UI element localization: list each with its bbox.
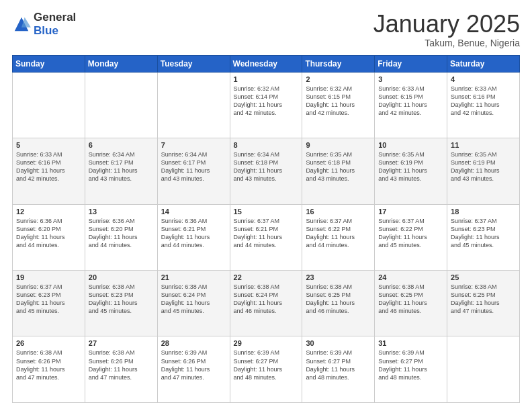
day-info: Sunrise: 6:37 AMSunset: 6:21 PMDaylight:… — [234, 217, 299, 250]
calendar-cell: 8Sunrise: 6:34 AMSunset: 6:18 PMDaylight… — [230, 138, 302, 204]
day-number: 3 — [378, 75, 443, 83]
calendar-cell: 24Sunrise: 6:38 AMSunset: 6:25 PMDayligh… — [375, 271, 447, 336]
calendar-cell: 25Sunrise: 6:38 AMSunset: 6:25 PMDayligh… — [447, 271, 520, 336]
calendar-cell: 29Sunrise: 6:39 AMSunset: 6:27 PMDayligh… — [230, 336, 302, 403]
day-number: 16 — [306, 208, 371, 216]
day-info: Sunrise: 6:38 AMSunset: 6:26 PMDaylight:… — [16, 349, 81, 381]
calendar-cell: 12Sunrise: 6:36 AMSunset: 6:20 PMDayligh… — [13, 204, 85, 270]
day-info: Sunrise: 6:36 AMSunset: 6:20 PMDaylight:… — [89, 217, 154, 250]
calendar-cell: 20Sunrise: 6:38 AMSunset: 6:23 PMDayligh… — [85, 271, 157, 336]
day-number: 27 — [89, 339, 154, 347]
page: General Blue January 2025 Takum, Benue, … — [0, 0, 532, 411]
day-number: 13 — [89, 208, 154, 216]
logo-text: General Blue — [34, 11, 76, 37]
calendar-cell: 2Sunrise: 6:32 AMSunset: 6:15 PMDaylight… — [302, 72, 375, 138]
location: Takum, Benue, Nigeria — [373, 38, 520, 48]
day-info: Sunrise: 6:33 AMSunset: 6:16 PMDaylight:… — [16, 150, 81, 183]
calendar-cell: 15Sunrise: 6:37 AMSunset: 6:21 PMDayligh… — [230, 204, 302, 270]
days-header-row: Sunday Monday Tuesday Wednesday Thursday… — [13, 55, 520, 72]
day-info: Sunrise: 6:34 AMSunset: 6:17 PMDaylight:… — [89, 150, 154, 183]
header: General Blue January 2025 Takum, Benue, … — [12, 11, 520, 48]
day-number: 21 — [161, 273, 226, 281]
col-sunday: Sunday — [13, 55, 85, 72]
calendar-cell: 18Sunrise: 6:37 AMSunset: 6:23 PMDayligh… — [447, 204, 520, 270]
day-number: 1 — [234, 75, 299, 83]
calendar-cell — [447, 336, 520, 403]
logo-general: General — [34, 11, 76, 24]
day-number: 19 — [16, 273, 81, 281]
week-row-5: 26Sunrise: 6:38 AMSunset: 6:26 PMDayligh… — [13, 336, 520, 403]
calendar-cell: 16Sunrise: 6:37 AMSunset: 6:22 PMDayligh… — [302, 204, 375, 270]
calendar-cell: 17Sunrise: 6:37 AMSunset: 6:22 PMDayligh… — [375, 204, 447, 270]
calendar-cell: 5Sunrise: 6:33 AMSunset: 6:16 PMDaylight… — [13, 138, 85, 204]
day-info: Sunrise: 6:35 AMSunset: 6:18 PMDaylight:… — [306, 150, 371, 183]
calendar-cell: 31Sunrise: 6:39 AMSunset: 6:27 PMDayligh… — [375, 336, 447, 403]
day-number: 4 — [451, 75, 516, 83]
day-info: Sunrise: 6:38 AMSunset: 6:23 PMDaylight:… — [89, 283, 154, 316]
day-number: 11 — [451, 141, 516, 149]
logo: General Blue — [12, 11, 76, 37]
col-tuesday: Tuesday — [157, 55, 230, 72]
day-info: Sunrise: 6:38 AMSunset: 6:25 PMDaylight:… — [306, 283, 371, 316]
day-info: Sunrise: 6:35 AMSunset: 6:19 PMDaylight:… — [378, 150, 443, 183]
logo-blue: Blue — [34, 24, 76, 38]
day-number: 9 — [306, 141, 371, 149]
calendar-cell — [13, 72, 85, 138]
day-info: Sunrise: 6:37 AMSunset: 6:23 PMDaylight:… — [16, 283, 81, 316]
week-row-4: 19Sunrise: 6:37 AMSunset: 6:23 PMDayligh… — [13, 271, 520, 336]
day-info: Sunrise: 6:37 AMSunset: 6:22 PMDaylight:… — [306, 217, 371, 250]
day-info: Sunrise: 6:33 AMSunset: 6:16 PMDaylight:… — [451, 85, 516, 118]
week-row-3: 12Sunrise: 6:36 AMSunset: 6:20 PMDayligh… — [13, 204, 520, 270]
col-wednesday: Wednesday — [230, 55, 302, 72]
day-info: Sunrise: 6:37 AMSunset: 6:23 PMDaylight:… — [451, 217, 516, 250]
month-title: January 2025 — [373, 11, 520, 38]
day-info: Sunrise: 6:36 AMSunset: 6:21 PMDaylight:… — [161, 217, 226, 250]
day-number: 22 — [234, 273, 299, 281]
calendar-cell: 22Sunrise: 6:38 AMSunset: 6:24 PMDayligh… — [230, 271, 302, 336]
day-info: Sunrise: 6:39 AMSunset: 6:27 PMDaylight:… — [234, 349, 299, 381]
day-number: 20 — [89, 273, 154, 281]
day-number: 29 — [234, 339, 299, 347]
day-number: 15 — [234, 208, 299, 216]
calendar-cell: 4Sunrise: 6:33 AMSunset: 6:16 PMDaylight… — [447, 72, 520, 138]
day-number: 25 — [451, 273, 516, 281]
week-row-1: 1Sunrise: 6:32 AMSunset: 6:14 PMDaylight… — [13, 72, 520, 138]
day-info: Sunrise: 6:38 AMSunset: 6:24 PMDaylight:… — [234, 283, 299, 316]
day-info: Sunrise: 6:38 AMSunset: 6:25 PMDaylight:… — [378, 283, 443, 316]
day-number: 5 — [16, 141, 81, 149]
day-number: 18 — [451, 208, 516, 216]
calendar-cell: 30Sunrise: 6:39 AMSunset: 6:27 PMDayligh… — [302, 336, 375, 403]
day-number: 14 — [161, 208, 226, 216]
day-info: Sunrise: 6:36 AMSunset: 6:20 PMDaylight:… — [16, 217, 81, 250]
calendar-cell: 7Sunrise: 6:34 AMSunset: 6:17 PMDaylight… — [157, 138, 230, 204]
col-thursday: Thursday — [302, 55, 375, 72]
day-number: 23 — [306, 273, 371, 281]
calendar-cell: 10Sunrise: 6:35 AMSunset: 6:19 PMDayligh… — [375, 138, 447, 204]
calendar-cell — [85, 72, 157, 138]
calendar-cell: 6Sunrise: 6:34 AMSunset: 6:17 PMDaylight… — [85, 138, 157, 204]
day-info: Sunrise: 6:32 AMSunset: 6:14 PMDaylight:… — [234, 85, 299, 118]
day-info: Sunrise: 6:39 AMSunset: 6:27 PMDaylight:… — [378, 349, 443, 381]
calendar-cell: 19Sunrise: 6:37 AMSunset: 6:23 PMDayligh… — [13, 271, 85, 336]
day-info: Sunrise: 6:34 AMSunset: 6:18 PMDaylight:… — [234, 150, 299, 183]
day-number: 6 — [89, 141, 154, 149]
calendar-table: Sunday Monday Tuesday Wednesday Thursday… — [12, 55, 520, 403]
day-number: 28 — [161, 339, 226, 347]
calendar-cell: 9Sunrise: 6:35 AMSunset: 6:18 PMDaylight… — [302, 138, 375, 204]
calendar-cell: 21Sunrise: 6:38 AMSunset: 6:24 PMDayligh… — [157, 271, 230, 336]
header-right: January 2025 Takum, Benue, Nigeria — [373, 11, 520, 48]
calendar-cell — [157, 72, 230, 138]
day-info: Sunrise: 6:38 AMSunset: 6:25 PMDaylight:… — [451, 283, 516, 316]
day-info: Sunrise: 6:38 AMSunset: 6:26 PMDaylight:… — [89, 349, 154, 381]
calendar-cell: 23Sunrise: 6:38 AMSunset: 6:25 PMDayligh… — [302, 271, 375, 336]
day-number: 8 — [234, 141, 299, 149]
col-saturday: Saturday — [447, 55, 520, 72]
calendar-cell: 14Sunrise: 6:36 AMSunset: 6:21 PMDayligh… — [157, 204, 230, 270]
day-number: 12 — [16, 208, 81, 216]
day-number: 2 — [306, 75, 371, 83]
calendar-cell: 13Sunrise: 6:36 AMSunset: 6:20 PMDayligh… — [85, 204, 157, 270]
day-number: 30 — [306, 339, 371, 347]
calendar-cell: 27Sunrise: 6:38 AMSunset: 6:26 PMDayligh… — [85, 336, 157, 403]
col-monday: Monday — [85, 55, 157, 72]
day-number: 24 — [378, 273, 443, 281]
